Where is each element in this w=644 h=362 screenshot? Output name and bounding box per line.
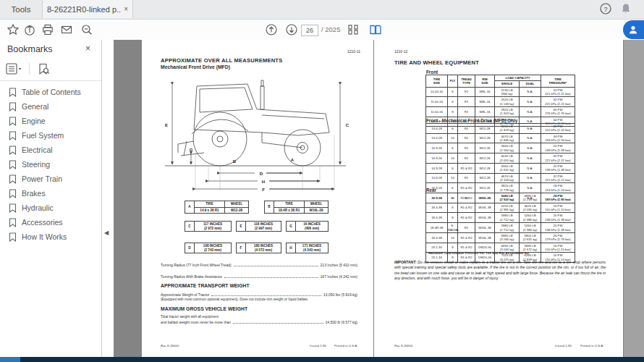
- mfd-table: 13.6-286R1W12-283150 LB (1 429 kg)N.A.22…: [425, 123, 575, 203]
- tire-table-a: ATIREWHEEL 14.9 x 28 R1W12-28: [185, 201, 249, 214]
- table-row: 18.4-386R1 & R2W16L-385250 LB (2 381 kg)…: [426, 203, 575, 213]
- table-row: 16.9-386R1W16L-385560 LB (2 522 kg)4890 …: [426, 193, 575, 203]
- table-cell: N.A.: [520, 153, 541, 164]
- table-cell: 22 PSI 152 kPa (1.52 bar): [541, 124, 575, 134]
- share-upload-icon[interactable]: [23, 23, 36, 36]
- table-row: 13.6-2810R1W12-284070 LB (1 846 kg)N.A.3…: [426, 133, 575, 143]
- table-row: 18.4-388R1 & R2W16L-385980 LB (2 712 kg)…: [426, 213, 575, 223]
- table-row: 11.00-168F2W8L-162920 LB (1 324 kg)N.A.4…: [426, 106, 575, 117]
- table-cell: W8L-16: [475, 97, 495, 107]
- sidebar-item-electrical[interactable]: Electrical: [0, 143, 101, 157]
- thumbnail-grid-icon[interactable]: [347, 23, 360, 36]
- dim-label-c: C: [346, 123, 349, 127]
- bookmark-icon: [9, 189, 17, 198]
- sidebar-item-accessories[interactable]: Accessories: [0, 215, 101, 230]
- sidebar-item-general[interactable]: General: [0, 99, 101, 114]
- table-row: 18.4-3810R1 & R2W16L-386980 LB (3 166 kg…: [426, 232, 575, 243]
- tire-table-b: BTIREWHEEL 18.4R x 38 R1W16L-38: [264, 201, 329, 214]
- scrollbar[interactable]: [624, 40, 644, 357]
- table-cell: N.A.: [520, 124, 541, 134]
- dim-label-a: A: [291, 158, 295, 162]
- right-footer-issued: Issued 1-85: [555, 344, 572, 348]
- table-cell: 6980 LB (3 166 kg): [495, 232, 520, 243]
- help-icon[interactable]: ?: [599, 2, 612, 15]
- table-row: 13.6-286R1W12-283150 LB (1 429 kg)N.A.22…: [426, 124, 575, 134]
- sidebar-item-table-of-contents[interactable]: Table of Contents: [0, 85, 101, 99]
- tab-document[interactable]: 8-26221R0-linked p... ×: [42, 0, 133, 18]
- table-cell: 16 PSI 110 kPa (1.10 bar): [541, 203, 575, 213]
- table-cell: 18 PSI 124 kPa (1.24 bar): [541, 183, 575, 193]
- pressure-footnote: * Maximum Cold Inflation Pressure Per Ti…: [426, 251, 530, 255]
- bookmark-icon: [9, 174, 17, 184]
- dim-box-g: G16 INCHES (406 mm): [286, 221, 329, 232]
- sidebar-item-brakes[interactable]: Brakes: [0, 186, 101, 201]
- table-cell: 20 PSI 138 kPa (1.38 bar): [541, 223, 575, 233]
- sidebar-item-label: Fuel System: [22, 131, 64, 140]
- table-cell: R1: [458, 173, 475, 183]
- right-footer-code: Rac 8-26600: [394, 344, 412, 348]
- previous-page-icon[interactable]: [265, 23, 278, 36]
- two-page-view-icon[interactable]: [368, 23, 381, 36]
- bookmark-options-icon[interactable]: [6, 63, 22, 75]
- dim-box-c: C117 INCHES (2 972 mm): [185, 221, 232, 232]
- transport-weight-line: Approximate Weight of Tractor13,050 lbs …: [161, 292, 357, 297]
- bookmark-icon: [9, 131, 17, 140]
- sidebar-item-label: How It Works: [22, 232, 67, 241]
- print-icon[interactable]: [41, 23, 54, 36]
- table-cell: 3920 LB (1 778 kg): [495, 183, 520, 193]
- table-cell: 32 PSI 221 kPa (2.21 bar): [541, 87, 575, 97]
- sidebar-item-power-train[interactable]: Power Train: [0, 172, 101, 186]
- table-row: 14.9-266R1W12-263440 LB (1 560 kg)N.A.20…: [426, 143, 575, 153]
- sidebar-item-steering[interactable]: Steering: [0, 157, 101, 172]
- table-cell: F2: [458, 97, 475, 107]
- account-button[interactable]: [623, 20, 644, 39]
- svg-text:?: ?: [603, 6, 607, 13]
- table-cell: 11.00-16: [426, 106, 448, 117]
- table-cell: N.A.: [520, 97, 541, 107]
- sidebar-item-engine[interactable]: Engine: [0, 114, 101, 128]
- sidebar-item-fuel-system[interactable]: Fuel System: [0, 128, 101, 143]
- dim-box-h: H171 INCHES (4 343 mm): [286, 243, 329, 253]
- dim-label-f: F: [262, 188, 265, 192]
- table-cell: 6: [448, 183, 458, 193]
- dim-label-g: G: [190, 148, 193, 152]
- next-page-icon[interactable]: [285, 23, 298, 36]
- page-number-right: 1210-12: [394, 49, 407, 54]
- table-cell: R1 & R2: [458, 213, 475, 223]
- table-cell: 20 PSI 138 kPa (1.38 bar): [541, 143, 575, 153]
- sidebar-collapse-icon[interactable]: ◀: [104, 230, 109, 236]
- transport-weight-heading: APPROXIMATE TRANSPORT WEIGHT: [161, 283, 250, 288]
- bookmarks-close-icon[interactable]: ×: [85, 43, 90, 54]
- turning-radius-line: Turning Radius (77 Inch Front Wheel Trea…: [161, 263, 357, 267]
- page-left: 1210-11 APPROXIMATE OVER ALL MEASUREMENT…: [142, 40, 373, 357]
- sidebar-item-label: Table of Contents: [22, 88, 81, 96]
- favorite-star-icon[interactable]: [7, 23, 20, 36]
- important-note: IMPORTANT: Do not remove, install or mak…: [394, 260, 606, 281]
- table-cell: 24 PSI 165 kPa (1.65 bar): [541, 193, 575, 203]
- table-cell: 8: [448, 213, 458, 223]
- pdf-viewer-window: Tools 8-26221R0-linked p... × ?: [0, 0, 644, 362]
- search-zoom-icon[interactable]: [80, 23, 93, 36]
- taskbar-edge: [0, 357, 644, 362]
- table-row: 10.00-166F2W8L-162130 LB (966 kg)N.A.32 …: [426, 87, 575, 97]
- table-cell: R1 & R2: [458, 232, 475, 243]
- gross-weight-heading: MAXIMUM GROSS VEHICLE WEIGHT: [161, 306, 247, 311]
- table-cell: 18.4-38: [426, 213, 448, 223]
- sidebar-item-hydraulic[interactable]: Hydraulic: [0, 201, 101, 215]
- table-cell: F2: [458, 106, 475, 117]
- page-number-input[interactable]: [301, 25, 318, 36]
- table-cell: 14.9-26: [426, 143, 448, 153]
- notifications-bell-icon[interactable]: [619, 2, 632, 15]
- table-cell: W12-28: [475, 173, 495, 183]
- sidebar-item-how-it-works[interactable]: How It Works: [0, 230, 101, 244]
- tab-close-icon[interactable]: ×: [124, 5, 128, 13]
- table-cell: 10.00-16: [426, 87, 448, 97]
- transport-weight-note: (Equipped with most common optional equi…: [161, 298, 363, 301]
- search-bookmarks-icon[interactable]: [37, 63, 50, 75]
- tab-tools[interactable]: Tools: [0, 0, 42, 19]
- tab-bar: Tools 8-26221R0-linked p... × ?: [0, 0, 644, 20]
- dim-label-e: E: [165, 123, 168, 127]
- email-icon[interactable]: [60, 23, 73, 36]
- mfd-table-label: Front - Mechanical Front Drive (MFD) Onl…: [426, 118, 517, 123]
- sidebar-border: [101, 40, 102, 357]
